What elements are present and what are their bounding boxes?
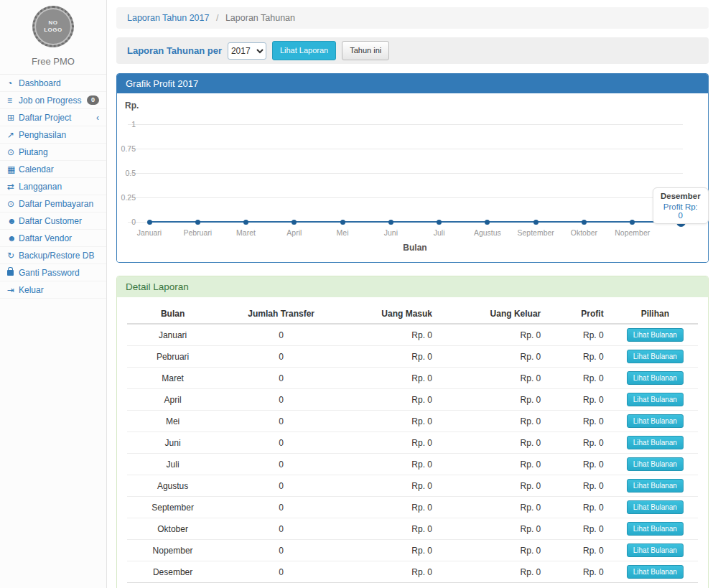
sidebar-item-label: Keluar [19, 285, 99, 295]
sidebar-item[interactable]: ▦ Calendar [0, 161, 106, 178]
main-content: Laporan Tahun 2017 / Laporan Tahunan Lap… [107, 0, 718, 588]
cell-jumlah-transfer: 0 [218, 561, 344, 583]
lock-icon [7, 267, 19, 278]
y-tick-label: 1 [117, 120, 136, 129]
lihat-laporan-button[interactable]: Lihat Laporan [272, 41, 336, 60]
data-point[interactable] [437, 220, 442, 225]
data-point[interactable] [340, 220, 345, 225]
sidebar-item[interactable]: ⇥ Keluar [0, 281, 106, 299]
data-point[interactable] [630, 220, 635, 225]
data-point[interactable] [243, 220, 248, 225]
sidebar: NO LOGO Free PMO ◔ Dashboard ≡ Job on Pr… [0, 0, 107, 588]
sidebar-item-label: Dashboard [19, 78, 99, 88]
tahun-ini-button[interactable]: Tahun ini [342, 41, 389, 60]
cell-jumlah-transfer: 0 [218, 368, 344, 389]
sidebar-item[interactable]: ⊙ Daftar Pembayaran [0, 195, 106, 213]
no-logo-badge: NO LOGO [32, 6, 74, 47]
sidebar-item[interactable]: ◔ Dashboard [0, 75, 106, 92]
chart-tooltip: Desember Profit Rp: 0 [653, 187, 709, 224]
cell-jumlah-transfer: 0 [218, 475, 344, 497]
cell-profit: Rp. 0 [549, 475, 612, 497]
table-row: September 0 Rp. 0 Rp. 0 Rp. 0 Lihat Bula… [127, 497, 698, 518]
total-jumlah-transfer: 0 [218, 583, 344, 588]
cell-bulan: Mei [127, 411, 218, 432]
column-header: Uang Masuk [344, 304, 464, 324]
lihat-bulanan-button[interactable]: Lihat Bulanan [627, 414, 684, 428]
cell-bulan: Pebruari [127, 346, 218, 368]
cell-uang-masuk: Rp. 0 [344, 497, 464, 518]
count-badge: 0 [87, 95, 99, 105]
cell-profit: Rp. 0 [549, 411, 612, 432]
sidebar-item[interactable]: ↗ Penghasilan [0, 126, 106, 144]
cell-uang-keluar: Rp. 0 [464, 346, 549, 368]
sidebar-item[interactable]: ⊞ Daftar Project ‹ [0, 109, 106, 126]
table-icon: ⊞ [7, 113, 19, 123]
sidebar-item[interactable]: ⊙ Piutang [0, 144, 106, 161]
tooltip-profit: Profit Rp: 0 [661, 202, 701, 220]
sidebar-item[interactable]: ≡ Job on Progress 0 [0, 92, 106, 109]
data-point[interactable] [292, 220, 297, 225]
money-icon: ⊙ [7, 199, 19, 209]
cell-uang-masuk: Rp. 0 [344, 475, 464, 497]
profit-chart-panel: Grafik Profit 2017 Rp. Bulan Desember Pr… [116, 73, 709, 263]
refresh-icon: ↻ [7, 251, 19, 261]
cell-bulan: September [127, 497, 218, 518]
profit-line [149, 124, 681, 225]
data-point[interactable] [195, 220, 200, 225]
data-point[interactable] [147, 220, 152, 225]
sidebar-item[interactable]: Ganti Password [0, 264, 106, 281]
cell-bulan: Agustus [127, 475, 218, 497]
sidebar-item-label: Ganti Password [19, 268, 99, 278]
cell-jumlah-transfer: 0 [218, 454, 344, 475]
lihat-bulanan-button[interactable]: Lihat Bulanan [627, 371, 684, 385]
cell-bulan: Januari [127, 324, 218, 346]
data-point[interactable] [533, 220, 538, 225]
data-point[interactable] [582, 220, 587, 225]
table-row: Januari 0 Rp. 0 Rp. 0 Rp. 0 Lihat Bulana… [127, 324, 698, 346]
breadcrumb-current: Laporan Tahunan [225, 13, 295, 23]
cell-uang-keluar: Rp. 0 [464, 518, 549, 540]
breadcrumb-link[interactable]: Laporan Tahun 2017 [127, 13, 209, 23]
lihat-bulanan-button[interactable]: Lihat Bulanan [627, 500, 684, 514]
cell-bulan: Oktober [127, 518, 218, 540]
cell-uang-keluar: Rp. 0 [464, 389, 549, 411]
sidebar-item[interactable]: ☻ Daftar Vendor [0, 230, 106, 247]
lihat-bulanan-button[interactable]: Lihat Bulanan [627, 393, 684, 406]
lihat-bulanan-button[interactable]: Lihat Bulanan [627, 436, 684, 449]
cell-uang-keluar: Rp. 0 [464, 368, 549, 389]
sidebar-item[interactable]: ☻ Daftar Customer [0, 213, 106, 230]
cell-jumlah-transfer: 0 [218, 389, 344, 411]
y-axis-title: Rp. [125, 101, 139, 111]
cell-jumlah-transfer: 0 [218, 411, 344, 432]
cell-jumlah-transfer: 0 [218, 518, 344, 540]
lihat-bulanan-button[interactable]: Lihat Bulanan [627, 457, 684, 471]
cell-uang-keluar: Rp. 0 [464, 475, 549, 497]
sidebar-item-label: Langganan [19, 182, 99, 192]
line-chart-icon: ↗ [7, 130, 19, 140]
sidebar-item-label: Daftar Vendor [19, 233, 99, 243]
dashboard-icon: ◔ [7, 78, 19, 88]
sidebar-item-label: Daftar Project [19, 113, 96, 123]
filter-label: Laporan Tahunan per [127, 45, 222, 56]
sidebar-item-label: Calendar [19, 164, 99, 174]
lihat-bulanan-button[interactable]: Lihat Bulanan [627, 522, 684, 536]
lihat-bulanan-button[interactable]: Lihat Bulanan [627, 328, 684, 342]
sidebar-item[interactable]: ↻ Backup/Restore DB [0, 247, 106, 264]
sidebar-item[interactable]: ⇄ Langganan [0, 178, 106, 195]
year-select[interactable]: 2017 [228, 42, 266, 60]
table-header-row: BulanJumlah TransferUang MasukUang Kelua… [127, 304, 698, 324]
lihat-bulanan-button[interactable]: Lihat Bulanan [627, 479, 684, 493]
cell-uang-keluar: Rp. 0 [464, 561, 549, 583]
cell-jumlah-transfer: 0 [218, 432, 344, 454]
lihat-bulanan-button[interactable]: Lihat Bulanan [627, 543, 684, 557]
data-point[interactable] [388, 220, 393, 225]
breadcrumb: Laporan Tahun 2017 / Laporan Tahunan [116, 7, 709, 29]
table-row: Mei 0 Rp. 0 Rp. 0 Rp. 0 Lihat Bulanan [127, 411, 698, 432]
lihat-bulanan-button[interactable]: Lihat Bulanan [627, 350, 684, 363]
cell-bulan: Nopember [127, 540, 218, 561]
no-logo-text-line1: NO [49, 19, 58, 27]
total-uang-masuk: Rp. 0 [344, 583, 464, 588]
cell-profit: Rp. 0 [549, 346, 612, 368]
data-point[interactable] [485, 220, 490, 225]
lihat-bulanan-button[interactable]: Lihat Bulanan [627, 565, 684, 579]
